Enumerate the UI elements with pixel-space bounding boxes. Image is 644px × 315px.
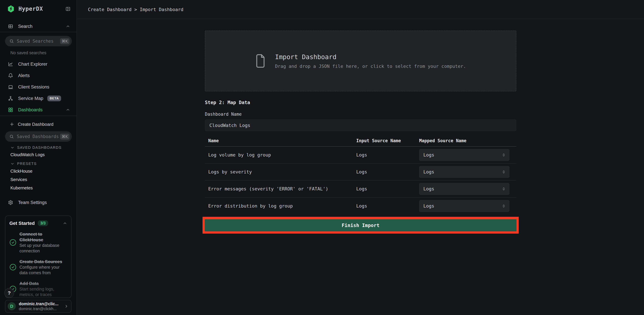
create-dashboard-button[interactable]: Create Dashboard bbox=[0, 120, 76, 129]
beta-badge: BETA bbox=[47, 96, 61, 101]
sidebar-item-team-settings[interactable]: Team Settings bbox=[0, 197, 76, 207]
preset-item-label: Services bbox=[10, 177, 27, 182]
sidebar-item-chart-explorer[interactable]: Chart Explorer bbox=[0, 59, 76, 70]
column-header-name: Name bbox=[205, 138, 356, 143]
presets-group-header[interactable]: PRESETS bbox=[10, 162, 37, 166]
chart-name: Error messages (severity 'ERROR' or 'FAT… bbox=[205, 186, 356, 191]
mapped-source-select[interactable]: Logs bbox=[419, 183, 510, 195]
search-icon bbox=[10, 134, 14, 139]
sidebar-section-search[interactable]: Search bbox=[0, 21, 76, 32]
file-icon bbox=[255, 53, 266, 69]
chevron-down-icon bbox=[10, 146, 14, 150]
user-name: dominic.tran@clic... bbox=[19, 301, 64, 306]
dashboard-item-label: CloudWatch Logs bbox=[10, 152, 45, 157]
group-label: PRESETS bbox=[17, 162, 37, 166]
preset-item-label: Kubernetes bbox=[10, 185, 33, 191]
panel-collapse-icon[interactable] bbox=[66, 7, 70, 12]
search-icon bbox=[10, 39, 14, 43]
topbar: Create Dashboard > Import Dashboard bbox=[77, 0, 644, 19]
get-started-header[interactable]: Get Started 3/3 bbox=[10, 220, 67, 226]
laptop-icon bbox=[8, 85, 13, 90]
sidebar-item-label: Chart Explorer bbox=[18, 62, 47, 67]
preset-item-kubernetes[interactable]: Kubernetes bbox=[10, 184, 33, 192]
chart-name: Logs by severity bbox=[205, 169, 356, 174]
dashboard-item-cloudwatch-logs[interactable]: CloudWatch Logs bbox=[10, 150, 45, 159]
shortcut-badge: ⌘K bbox=[60, 38, 70, 44]
get-started-card: Get Started 3/3 Connect to ClickHouse Se… bbox=[5, 216, 72, 298]
preset-item-label: ClickHouse bbox=[10, 169, 32, 174]
select-updown-icon bbox=[502, 187, 506, 191]
dropzone-title: Import Dashboard bbox=[275, 53, 466, 61]
sidebar: HyperDX Search Saved Searches ⌘K No save… bbox=[0, 0, 77, 315]
mapped-source-select[interactable]: Logs bbox=[419, 200, 510, 212]
finish-import-button[interactable]: Finish Import bbox=[205, 219, 516, 231]
json-dropzone[interactable]: Import Dashboard Drag and drop a JSON fi… bbox=[205, 31, 516, 91]
dashboards-grid-icon bbox=[8, 107, 13, 112]
preset-item-services[interactable]: Services bbox=[10, 175, 27, 184]
user-info: dominic.tran@clic... dominic.tran@clickh… bbox=[19, 301, 64, 311]
get-started-item-sources[interactable]: Create Data Sources Configure where your… bbox=[10, 259, 67, 275]
get-started-item-desc: Start sending logs, metrics, or traces bbox=[20, 286, 67, 297]
selected-value: Logs bbox=[423, 152, 434, 158]
check-circle-icon bbox=[10, 264, 16, 271]
mapped-source-select[interactable]: Logs bbox=[419, 149, 510, 161]
saved-dashboards-input[interactable]: Saved Dashboards ⌘K bbox=[5, 131, 72, 142]
user-menu[interactable]: D dominic.tran@clic... dominic.tran@clic… bbox=[5, 300, 72, 313]
breadcrumb: Create Dashboard > Import Dashboard bbox=[88, 7, 184, 12]
sidebar-item-client-sessions[interactable]: Client Sessions bbox=[0, 81, 76, 93]
sidebar-item-label: Alerts bbox=[18, 73, 30, 78]
table-row: Error distribution by log group Logs Log… bbox=[205, 197, 516, 214]
input-source-value: Logs bbox=[356, 152, 419, 158]
sidebar-nav: Chart Explorer Alerts Client Sessions bbox=[0, 59, 76, 116]
chart-explorer-icon bbox=[8, 62, 13, 67]
service-map-icon bbox=[8, 96, 13, 101]
import-dashboard-panel: Import Dashboard Drag and drop a JSON fi… bbox=[205, 31, 516, 234]
get-started-item-add-data[interactable]: Add Data Start sending logs, metrics, or… bbox=[10, 280, 67, 297]
chevron-up-icon bbox=[63, 221, 67, 225]
hyperdx-logo-icon bbox=[8, 5, 14, 13]
bell-icon bbox=[8, 73, 13, 78]
saved-dashboards-placeholder: Saved Dashboards bbox=[17, 134, 60, 139]
mapping-table: Name Input Source Name Mapped Source Nam… bbox=[205, 135, 516, 214]
logo-row: HyperDX bbox=[0, 0, 76, 18]
selected-value: Logs bbox=[423, 203, 434, 209]
saved-searches-input[interactable]: Saved Searches ⌘K bbox=[5, 36, 72, 46]
column-header-input-source: Input Source Name bbox=[356, 138, 419, 143]
get-started-item-title: Connect to ClickHouse bbox=[20, 231, 67, 243]
input-source-value: Logs bbox=[356, 169, 419, 174]
input-source-value: Logs bbox=[356, 203, 419, 209]
dropzone-text: Import Dashboard Drag and drop a JSON fi… bbox=[275, 53, 466, 69]
saved-dashboards-group-header[interactable]: SAVED DASHBOARDS bbox=[10, 145, 62, 150]
get-started-item-desc: Set up your database connection bbox=[20, 243, 67, 254]
get-started-title: Get Started bbox=[10, 221, 35, 226]
step-title: Step 2: Map Data bbox=[205, 100, 516, 105]
plus-icon bbox=[10, 122, 14, 126]
avatar: D bbox=[8, 302, 16, 310]
create-dashboard-label: Create Dashboard bbox=[18, 122, 53, 127]
help-button[interactable]: ? bbox=[4, 288, 14, 298]
shortcut-badge: ⌘K bbox=[60, 134, 70, 140]
annotation-highlight-box: Finish Import bbox=[202, 217, 519, 234]
mapped-source-select[interactable]: Logs bbox=[419, 166, 510, 178]
sidebar-item-dashboards[interactable]: Dashboards bbox=[0, 104, 76, 116]
input-source-value: Logs bbox=[356, 186, 419, 191]
no-saved-searches-text: No saved searches bbox=[10, 50, 46, 55]
sidebar-item-label: Service Map bbox=[18, 96, 43, 101]
sidebar-item-alerts[interactable]: Alerts bbox=[0, 70, 76, 81]
column-header-mapped-source: Mapped Source Name bbox=[419, 138, 516, 143]
chart-name: Log volume by log group bbox=[205, 152, 356, 158]
select-updown-icon bbox=[502, 170, 506, 174]
preset-item-clickhouse[interactable]: ClickHouse bbox=[10, 167, 32, 175]
get-started-progress-badge: 3/3 bbox=[38, 220, 48, 226]
dashboard-name-input[interactable] bbox=[205, 119, 516, 131]
table-row: Logs by severity Logs Logs bbox=[205, 164, 516, 180]
check-circle-icon bbox=[10, 239, 16, 246]
section-search-label: Search bbox=[18, 24, 32, 29]
user-email: dominic.tran@clickh... bbox=[19, 306, 64, 311]
select-updown-icon bbox=[502, 204, 506, 208]
sidebar-item-service-map[interactable]: Service Map BETA bbox=[0, 93, 76, 104]
get-started-item-connect[interactable]: Connect to ClickHouse Set up your databa… bbox=[10, 231, 67, 254]
dropzone-subtitle: Drag and drop a JSON file here, or click… bbox=[275, 64, 466, 69]
get-started-item-title: Add Data bbox=[20, 280, 67, 286]
sidebar-item-label: Client Sessions bbox=[18, 85, 49, 90]
